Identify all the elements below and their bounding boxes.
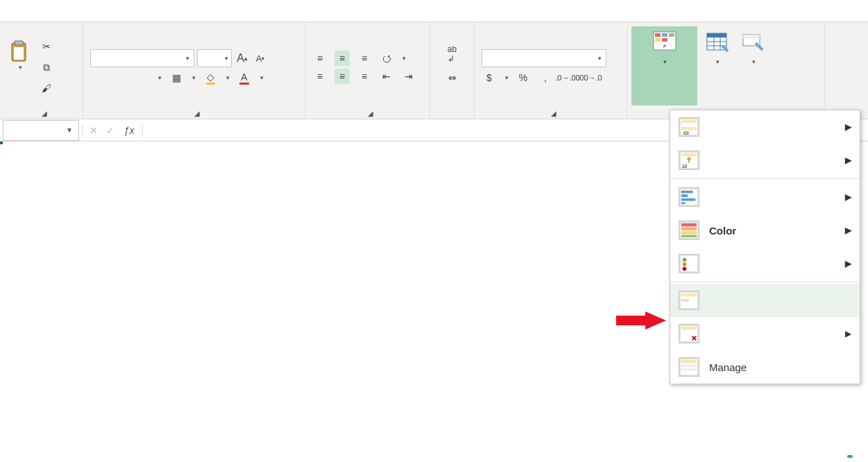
align-middle-icon[interactable]: ≡ [334,51,350,66]
svg-rect-31 [681,223,697,227]
cf-top-bottom-rules[interactable]: 10 ▶ [670,144,860,177]
svg-rect-33 [681,231,697,234]
watermark-badge [847,455,853,458]
svg-rect-2 [14,47,24,60]
svg-point-37 [683,262,687,266]
increase-decimal-icon[interactable]: .0→.00 [560,70,575,85]
accounting-icon[interactable]: $ [482,70,497,85]
svg-text:≤≥: ≤≥ [683,130,689,136]
svg-rect-46 [681,364,697,367]
ribbon: ▾ ✂ ⧉ 🖌 ◢ ▾ ▾ A▴ [0,22,868,119]
dialog-launcher-icon[interactable]: ◢ [551,110,556,117]
submenu-arrow-icon: ▶ [845,155,851,165]
svg-point-38 [683,267,687,271]
orientation-icon[interactable]: ⭯ [379,51,394,66]
cancel-icon[interactable]: ✕ [85,125,102,136]
group-number: ▾ $▾ % , .0→.00 .00→.0 ◢ [475,22,627,119]
dialog-launcher-icon[interactable]: ◢ [368,110,373,117]
align-top-icon[interactable]: ≡ [312,51,327,66]
selection-outline [0,142,3,144]
align-center-icon[interactable]: ≡ [334,69,350,84]
svg-rect-47 [681,368,697,371]
format-painter-icon[interactable]: 🖌 [39,80,54,96]
font-name-select[interactable]: ▾ [90,49,194,67]
ribbon-tabs [0,0,868,22]
submenu-arrow-icon: ▶ [845,122,851,132]
group-alignment: ≡ ≡ ≡ ⭯▾ ≡ ≡ ≡ ⇤ ⇥ ◢ [305,22,430,119]
indent-increase-icon[interactable]: ⇥ [401,69,416,84]
number-format-select[interactable]: ▾ [482,49,606,67]
underline-button[interactable] [135,70,150,85]
name-box[interactable]: ▼ [3,120,79,141]
svg-rect-28 [681,198,695,201]
cf-manage-rules[interactable]: Manage [670,350,860,384]
svg-rect-40 [681,293,697,297]
cell-styles-button[interactable]: ▾ [736,26,769,105]
svg-rect-19 [681,120,697,123]
dialog-launcher-icon[interactable]: ◢ [194,110,200,117]
dialog-launcher-icon[interactable]: ◢ [42,110,47,117]
svg-rect-11 [707,33,726,37]
callout-arrow-icon [616,311,666,330]
fill-color-icon[interactable]: ◇ [203,70,218,85]
wrap-text-icon[interactable]: ab↲ [445,46,460,62]
align-right-icon[interactable]: ≡ [357,69,372,84]
cut-icon[interactable]: ✂ [39,39,54,54]
svg-rect-5 [662,33,667,37]
font-color-icon[interactable]: A [237,70,252,85]
align-left-icon[interactable]: ≡ [312,69,327,84]
svg-text:≠: ≠ [663,42,667,50]
cf-clear-rules[interactable]: ▶ [670,317,860,350]
format-as-table-button[interactable]: ▾ [700,26,733,105]
cf-data-bars[interactable]: ▶ [670,180,860,214]
icon-sets-icon [679,254,699,273]
align-bottom-icon[interactable]: ≡ [357,51,372,66]
svg-rect-26 [681,191,693,194]
watermark [847,455,858,458]
cf-highlight-cells-rules[interactable]: ≤≥ ▶ [670,110,860,144]
svg-rect-23 [681,153,697,157]
data-bars-icon [679,187,699,207]
svg-text:10: 10 [682,164,688,169]
svg-rect-7 [655,38,661,42]
svg-rect-17 [743,35,760,39]
group-wrap: ab↲ ⇔ [430,22,475,119]
group-clipboard: ▾ ✂ ⧉ 🖌 ◢ [0,22,83,119]
svg-marker-48 [616,311,666,330]
font-size-select[interactable]: ▾ [197,49,232,67]
grow-font-icon[interactable]: A▴ [235,51,250,66]
copy-icon[interactable]: ⧉ [39,60,54,75]
merge-center-icon[interactable]: ⇔ [445,70,460,85]
cf-color-scales[interactable]: Color ▶ [670,214,860,247]
submenu-arrow-icon: ▶ [845,329,851,339]
fx-icon[interactable]: ƒx [119,125,139,136]
svg-rect-34 [681,235,697,238]
svg-rect-43 [681,327,697,330]
manage-rules-icon [679,357,699,377]
italic-button[interactable] [112,70,128,85]
bold-button[interactable] [90,70,105,85]
svg-rect-32 [681,227,697,230]
conditional-formatting-icon: ≠ [652,29,677,54]
decrease-decimal-icon[interactable]: .00→.0 [582,70,597,85]
svg-rect-29 [681,202,686,204]
format-as-table-icon [704,29,729,54]
conditional-formatting-button[interactable]: ≠ ▾ [631,26,697,105]
highlight-cells-icon: ≤≥ [679,117,699,137]
svg-rect-45 [681,360,697,363]
percent-icon[interactable]: % [516,70,531,85]
cf-icon-sets[interactable]: ▶ [670,247,860,280]
borders-icon[interactable]: ▦ [169,70,184,85]
svg-rect-27 [681,194,688,197]
svg-rect-1 [15,41,23,45]
submenu-arrow-icon: ▶ [845,225,851,235]
indent-decrease-icon[interactable]: ⇤ [379,69,394,84]
svg-point-36 [683,258,687,262]
comma-icon[interactable]: , [538,70,553,85]
svg-rect-41 [681,299,689,302]
shrink-font-icon[interactable]: A▾ [253,51,268,66]
enter-icon[interactable]: ✓ [102,125,119,136]
paste-button[interactable]: ▾ [7,39,32,71]
paste-caret: ▾ [17,64,22,71]
cf-new-rule[interactable] [670,284,860,317]
